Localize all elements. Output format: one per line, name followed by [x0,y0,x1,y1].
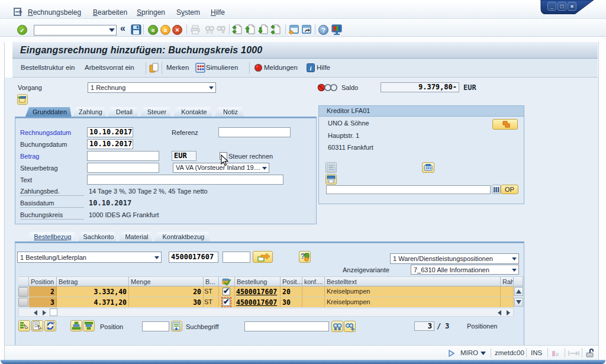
enter-icon[interactable]: ✓ [17,25,27,35]
print-vendor-button[interactable] [325,174,337,185]
col-header-ok[interactable] [219,276,235,286]
find-next-icon[interactable] [216,24,227,35]
simulieren-icon[interactable] [195,63,205,73]
customize-layout-icon[interactable] [331,24,342,35]
exit-icon[interactable]: « [160,25,170,35]
cell-menge[interactable]: 20 [129,286,204,297]
chevron-down-icon[interactable] [262,167,267,170]
scroll-up-button[interactable] [514,287,523,296]
rechnungsdatum-field[interactable]: 10.10.2017 [87,127,133,137]
vorschlagen-button[interactable]: ? [299,251,311,263]
col-header-rahmen[interactable]: Rah [501,276,514,286]
cell-position[interactable]: 2 [29,286,57,297]
menu-springen[interactable]: Springen [137,8,165,17]
cell-betrag[interactable]: 3.332,40 [57,286,129,297]
new-session-icon[interactable] [288,24,299,35]
vendor-account-field[interactable] [326,185,491,194]
steuerbetrag-field[interactable] [87,163,159,173]
sort-ascending-button[interactable] [70,320,82,331]
goto-position-button[interactable] [171,321,182,331]
print-icon[interactable] [190,24,201,35]
first-page-icon[interactable] [232,24,243,35]
find-item-button[interactable] [331,321,343,332]
col-header-pos[interactable]: Posit... [281,276,302,286]
find-next-item-button[interactable] [344,321,356,332]
col-header-menge[interactable]: Menge [129,276,204,286]
buchungsdatum-field[interactable]: 10.10.2017 [87,139,133,149]
save-icon[interactable] [131,24,141,35]
col-header-bestelltext[interactable]: Bestelltext [325,276,501,286]
chart-button[interactable] [492,185,501,194]
transaction-code[interactable]: MIRO [460,349,478,356]
bestellung-link[interactable]: 4500017607 [236,288,277,296]
simulieren-button[interactable]: Simulieren [206,64,238,71]
ok-checkbox-focused[interactable]: ✔ [223,298,230,306]
menu-bearbeiten[interactable]: Bearbeiten [93,8,127,17]
refresh-button[interactable] [44,320,56,331]
menu-hilfe[interactable]: Hilfe [211,8,225,17]
item-detail-button[interactable] [31,320,43,331]
bestellstruktur-button[interactable]: Bestellstruktur ein [21,64,75,71]
scroll-down-button[interactable] [514,298,523,307]
cell-bestellung[interactable]: 4500017607 [235,286,281,297]
insert-mode[interactable]: INS [531,349,542,356]
chevron-down-icon[interactable] [209,86,214,89]
create-shortcut-icon[interactable] [301,24,312,35]
col-header-bestellung[interactable]: Bestellung [235,276,281,286]
list-button[interactable] [325,162,337,173]
collapse-icon[interactable]: « [120,23,125,34]
meldungen-button[interactable]: Meldungen [264,64,298,71]
sort-descending-button[interactable] [83,320,95,331]
menu-system[interactable]: System [176,8,200,17]
status-dropdown-icon[interactable] [481,352,486,355]
bestellung-link[interactable]: 4500017607 [236,298,277,307]
bestellnummer-field[interactable]: 4500017607 [169,252,218,263]
betrag-field[interactable] [87,151,159,161]
cell-bestellung[interactable]: 4500017607 [235,297,281,307]
address-button[interactable] [492,119,518,130]
command-field[interactable] [34,25,117,36]
maximize-button[interactable]: □ [557,2,566,11]
po-structure-button[interactable] [17,94,28,105]
cell-pos[interactable]: 20 [281,286,302,297]
positionsfilter-select[interactable]: 1 Waren/Dienstleistungspositionen [390,253,519,264]
h-scrollbar-track[interactable] [18,308,514,317]
suchbegriff-field[interactable] [244,321,329,331]
merken-button[interactable]: Merken [166,64,189,71]
cancel-icon[interactable]: ✕ [172,25,182,35]
uebernehmen-button[interactable] [253,251,273,263]
anzeigevariante-select[interactable]: 7_6310 Alle Informationen [411,265,519,275]
page-up-icon[interactable] [245,24,256,35]
hold-icon[interactable] [149,63,159,73]
page-down-icon[interactable] [258,24,269,35]
scroll-left-button-2[interactable] [495,308,504,316]
chevron-down-icon[interactable] [154,256,159,259]
betrag-currency-field[interactable]: EUR [172,151,196,161]
hilfe-icon[interactable]: i [307,63,315,72]
chevron-down-icon[interactable] [512,257,517,260]
appbar-hilfe-button[interactable]: Hilfe [317,64,330,71]
status-expand-icon[interactable] [449,350,454,357]
arbeitsvorrat-button[interactable]: Arbeitsvorrat ein [85,64,134,71]
cell-einheit[interactable]: ST [204,297,219,307]
cell-pos[interactable]: 30 [281,297,302,307]
cell-menge[interactable]: 30 [129,297,204,307]
position-field-top[interactable] [223,252,250,263]
back-icon[interactable]: « [148,25,158,35]
col-header-position[interactable]: Position [29,276,57,286]
system-menu-icon[interactable] [14,8,23,16]
last-page-icon[interactable] [270,24,281,35]
text-field[interactable] [87,175,283,185]
referenz-field[interactable] [218,127,291,137]
ok-checkbox[interactable]: ✔ [223,288,230,295]
footer-position-field[interactable] [142,321,169,331]
col-header-einheit[interactable]: B... [204,276,219,286]
menu-rechnungsbeleg[interactable]: Rechnungsbeleg [28,8,81,17]
meldungen-icon[interactable] [254,63,263,72]
close-button[interactable]: × [568,2,576,11]
command-dropdown-icon[interactable] [109,28,115,32]
cell-einheit[interactable]: ST [204,286,219,297]
row-selector[interactable] [18,298,28,307]
scroll-right-button[interactable] [40,308,49,316]
op-button[interactable]: OP [501,185,518,194]
